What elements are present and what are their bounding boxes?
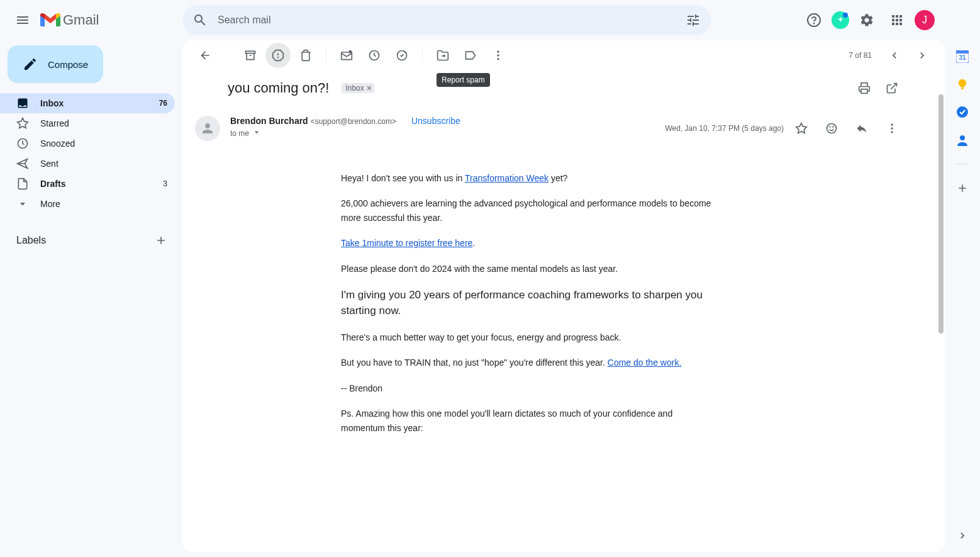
svg-point-8: [348, 50, 352, 53]
account-avatar[interactable]: J: [915, 10, 935, 30]
top-right-icons: J: [801, 8, 935, 33]
report-spam-icon: [272, 49, 284, 62]
calendar-icon: 31: [956, 50, 969, 63]
next-button[interactable]: [910, 43, 935, 68]
back-button[interactable]: [192, 43, 218, 68]
search-input[interactable]: [213, 14, 681, 26]
nav-count: 76: [155, 99, 167, 108]
nav-count: 3: [155, 179, 167, 188]
settings-button[interactable]: [854, 8, 879, 33]
nav-label: Starred: [40, 118, 167, 128]
unsubscribe-link[interactable]: Unsubscribe: [411, 116, 460, 126]
dropdown-icon: [252, 127, 262, 137]
move-to-button[interactable]: [430, 43, 455, 68]
sender-name: Brendon Burchard: [230, 116, 308, 126]
apps-button[interactable]: [884, 8, 910, 33]
inbox-chip[interactable]: Inbox ×: [342, 83, 374, 93]
help-icon: [806, 13, 821, 28]
file-icon: [16, 177, 29, 190]
svg-point-20: [891, 131, 893, 133]
labels-button[interactable]: [458, 43, 483, 68]
scrollbar[interactable]: [938, 94, 944, 334]
gmail-logo-text: Gmail: [63, 12, 99, 28]
toolbar-divider: [326, 49, 326, 62]
search-box[interactable]: [182, 5, 711, 35]
svg-rect-3: [246, 51, 255, 53]
show-details-button[interactable]: [252, 127, 262, 139]
tasks-app[interactable]: [956, 106, 969, 118]
main-menu-button[interactable]: [8, 5, 38, 35]
get-addons-button[interactable]: [956, 182, 969, 194]
sparkle-icon: [836, 16, 845, 25]
chip-remove[interactable]: ×: [367, 84, 372, 93]
center-column: J: [182, 0, 945, 557]
search-button[interactable]: [187, 8, 213, 33]
clock-icon: [368, 49, 381, 62]
reaction-button[interactable]: [819, 116, 844, 141]
left-sidebar: Gmail Compose Inbox 76 Starred Snoozed: [0, 0, 182, 557]
label-icon: [464, 49, 477, 62]
nav-label: Inbox: [40, 98, 155, 108]
prev-button[interactable]: [882, 43, 907, 68]
plus-icon: [956, 182, 969, 194]
star-message-button[interactable]: [789, 116, 814, 141]
register-link[interactable]: Take 1minute to register free here: [341, 238, 472, 248]
nav-more[interactable]: More: [0, 194, 175, 214]
side-divider: [956, 164, 969, 164]
gemini-button[interactable]: [832, 11, 849, 29]
svg-point-13: [497, 58, 499, 60]
open-in-new-icon: [886, 82, 898, 94]
add-to-tasks-button[interactable]: [389, 43, 415, 68]
message-more-button[interactable]: [879, 116, 905, 141]
gmail-logo[interactable]: Gmail: [40, 12, 99, 28]
nav-inbox[interactable]: Inbox 76: [0, 93, 175, 113]
snooze-button[interactable]: [362, 43, 387, 68]
reply-button[interactable]: [849, 116, 874, 141]
sender-avatar[interactable]: [195, 116, 220, 141]
person-icon: [200, 121, 215, 136]
svg-point-17: [833, 127, 833, 127]
nav-snoozed[interactable]: Snoozed: [0, 133, 175, 154]
hide-side-panel-button[interactable]: [956, 529, 969, 542]
contacts-icon: [956, 133, 969, 146]
open-new-window-button[interactable]: [879, 76, 905, 101]
search-options-button[interactable]: [681, 8, 706, 33]
body-text: There's a much better way to get your fo…: [341, 330, 718, 344]
nav-starred[interactable]: Starred: [0, 113, 175, 133]
tune-icon: [686, 13, 701, 28]
nav-sent[interactable]: Sent: [0, 154, 175, 174]
toolbar-divider: [422, 49, 423, 62]
report-spam-button[interactable]: [265, 43, 291, 68]
avatar-initial: J: [922, 14, 927, 26]
print-button[interactable]: [852, 76, 877, 101]
nav-label: Sent: [40, 159, 167, 169]
svg-point-12: [497, 54, 499, 56]
compose-label: Compose: [48, 59, 88, 70]
add-label-button[interactable]: [152, 232, 170, 249]
archive-button[interactable]: [238, 43, 263, 68]
transformation-week-link[interactable]: Transformation Week: [465, 173, 548, 183]
emoji-icon: [825, 122, 838, 135]
svg-point-11: [497, 51, 499, 53]
support-button[interactable]: [801, 8, 827, 33]
svg-point-2: [814, 23, 815, 24]
body-text: But you have to TRAIN that, no just "hop…: [341, 357, 608, 368]
app-root: Gmail Compose Inbox 76 Starred Snoozed: [0, 0, 980, 557]
svg-point-18: [891, 124, 893, 126]
labels-section-header: Labels: [0, 227, 182, 254]
calendar-app[interactable]: 31: [956, 50, 969, 63]
pagination-info: 7 of 81: [849, 51, 872, 60]
come-do-work-link[interactable]: Come do the work.: [608, 357, 682, 368]
nav-list: Inbox 76 Starred Snoozed Sent Drafts 3: [0, 88, 182, 219]
svg-text:31: 31: [959, 54, 966, 61]
nav-drafts[interactable]: Drafts 3: [0, 174, 175, 194]
to-line: to me: [230, 129, 249, 138]
contacts-app[interactable]: [956, 133, 969, 146]
nav-label: More: [40, 199, 167, 209]
keep-app[interactable]: [956, 78, 969, 91]
mark-unread-button[interactable]: [334, 43, 359, 68]
delete-button[interactable]: [293, 43, 318, 68]
more-button[interactable]: [486, 43, 511, 68]
compose-button[interactable]: Compose: [8, 45, 103, 83]
search-icon: [192, 13, 208, 28]
